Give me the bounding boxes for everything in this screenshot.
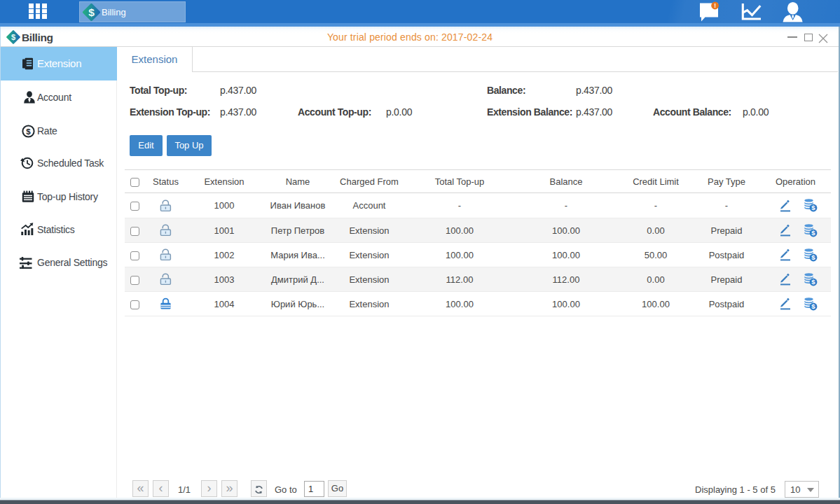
svg-text:$: $ bbox=[811, 278, 815, 286]
svg-text:$: $ bbox=[811, 229, 815, 237]
svg-text:$: $ bbox=[811, 204, 815, 211]
svg-text:!: ! bbox=[714, 2, 716, 9]
svg-text:$: $ bbox=[811, 302, 815, 310]
svg-text:$: $ bbox=[811, 253, 815, 261]
svg-text:$: $ bbox=[26, 127, 31, 135]
svg-text:$: $ bbox=[88, 6, 95, 18]
